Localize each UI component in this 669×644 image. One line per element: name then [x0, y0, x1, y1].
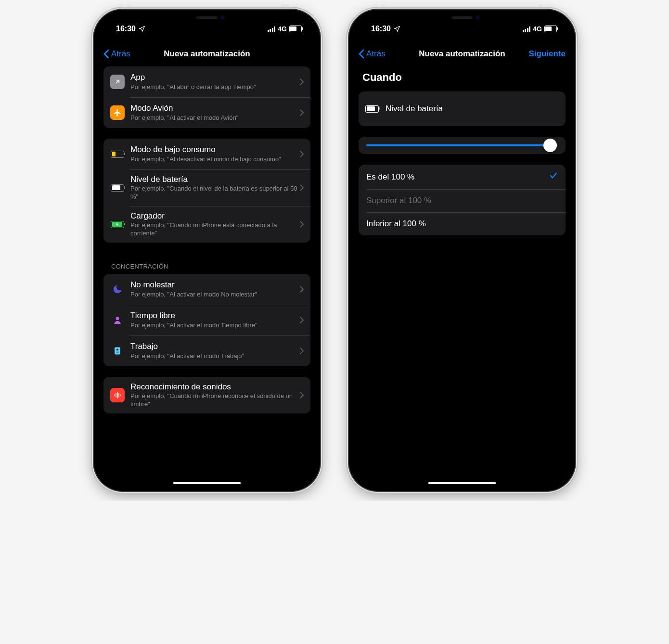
next-button[interactable]: Siguiente — [528, 49, 566, 59]
trigger-charger[interactable]: Cargador Por ejemplo, "Cuando mi iPhone … — [103, 206, 310, 243]
row-sub: Por ejemplo, "Cuando mi iPhone reconoce … — [130, 392, 300, 409]
trigger-work[interactable]: Trabajo Por ejemplo, "Al activar el modo… — [103, 335, 310, 366]
row-title: Tiempo libre — [130, 310, 300, 321]
phone-right: 16:30 4G Atrás Nueva automatización Sigu… — [349, 10, 575, 491]
trigger-dnd[interactable]: No molestar Por ejemplo, "Al activar el … — [103, 274, 310, 305]
row-sub: Por ejemplo, "Cuando el nivel de la bate… — [130, 185, 300, 201]
home-indicator[interactable] — [428, 482, 496, 484]
chevron-right-icon — [300, 286, 304, 293]
chevron-right-icon — [300, 109, 304, 116]
signal-icon — [268, 26, 276, 32]
svg-point-2 — [116, 348, 118, 350]
chevron-right-icon — [300, 317, 304, 323]
moon-icon — [112, 284, 123, 295]
chevron-right-icon — [300, 78, 304, 85]
svg-rect-3 — [116, 352, 119, 353]
trigger-low-power[interactable]: Modo de bajo consumo Por ejemplo, "Al de… — [103, 139, 310, 169]
chevron-right-icon — [300, 348, 304, 354]
phone-left: 16:30 4G Atrás Nueva automatización — [94, 10, 320, 491]
row-sub: Por ejemplo, "Al abrir o cerrar la app T… — [130, 83, 300, 91]
trigger-airplane[interactable]: Modo Avión Por ejemplo, "Al activar el m… — [103, 97, 310, 128]
waveform-icon — [113, 391, 122, 399]
battery-icon — [544, 26, 557, 32]
trigger-app[interactable]: App Por ejemplo, "Al abrir o cerrar la a… — [103, 66, 310, 97]
back-button[interactable]: Atrás — [359, 49, 386, 59]
option-above: Superior al 100 % — [359, 189, 566, 212]
notch — [421, 13, 503, 26]
option-label: Es del 100 % — [366, 172, 414, 182]
battery-slider[interactable] — [359, 137, 566, 154]
person-icon — [113, 315, 122, 325]
trigger-label: Nivel de batería — [386, 103, 443, 114]
chevron-right-icon — [300, 151, 304, 157]
charger-icon — [111, 221, 124, 228]
row-sub: Por ejemplo, "Al activar el modo Trabajo… — [130, 352, 300, 361]
network-label: 4G — [278, 25, 287, 33]
svg-rect-1 — [115, 348, 120, 355]
low-power-icon — [111, 151, 124, 158]
back-label: Atrás — [111, 49, 130, 59]
back-button[interactable]: Atrás — [103, 49, 130, 59]
app-icon — [114, 78, 121, 86]
status-time: 16:30 — [116, 25, 136, 33]
content-right[interactable]: Cuando Nivel de batería — [352, 66, 572, 488]
when-header: Cuando — [359, 66, 566, 91]
nav-bar: Atrás Nueva automatización Siguiente — [352, 39, 572, 66]
row-sub: Por ejemplo, "Al activar el modo Avión" — [130, 114, 300, 122]
location-icon — [139, 26, 145, 32]
option-label: Superior al 100 % — [366, 196, 431, 206]
signal-icon — [523, 26, 531, 32]
row-title: Modo de bajo consumo — [130, 144, 300, 155]
trigger-sound-recognition[interactable]: Reconocimiento de sonidos Por ejemplo, "… — [103, 377, 310, 413]
battery-icon — [289, 26, 302, 32]
row-title: Trabajo — [130, 341, 300, 351]
home-indicator[interactable] — [173, 482, 241, 484]
row-title: App — [130, 72, 300, 82]
back-label: Atrás — [366, 49, 386, 59]
row-sub: Por ejemplo, "Al desactivar el modo de b… — [130, 155, 300, 164]
check-icon — [549, 171, 558, 182]
battery-level-icon — [111, 184, 124, 192]
option-below[interactable]: Inferior al 100 % — [359, 212, 566, 235]
battery-level-icon — [365, 105, 379, 113]
row-sub: Por ejemplo, "Al activar el modo Tiempo … — [130, 322, 300, 330]
chevron-right-icon — [300, 221, 304, 228]
notch — [166, 13, 248, 26]
row-title: Nivel de batería — [130, 174, 300, 184]
row-title: No molestar — [130, 280, 300, 290]
row-title: Modo Avión — [130, 103, 300, 113]
row-sub: Por ejemplo, "Al activar el modo No mole… — [130, 291, 300, 299]
option-label: Inferior al 100 % — [366, 219, 426, 229]
nav-bar: Atrás Nueva automatización — [97, 39, 317, 66]
trigger-summary: Nivel de batería — [359, 91, 566, 126]
location-icon — [394, 26, 400, 32]
svg-point-0 — [116, 317, 119, 320]
row-title: Cargador — [130, 211, 300, 221]
row-sub: Por ejemplo, "Cuando mi iPhone está cone… — [130, 221, 300, 238]
network-label: 4G — [533, 25, 542, 33]
trigger-personal[interactable]: Tiempo libre Por ejemplo, "Al activar el… — [103, 305, 310, 335]
trigger-battery-level[interactable]: Nivel de batería Por ejemplo, "Cuando el… — [103, 169, 310, 206]
section-header-focus: CONCENTRACIÓN — [103, 253, 310, 274]
status-time: 16:30 — [371, 25, 391, 33]
airplane-icon — [113, 108, 122, 117]
content-left[interactable]: App Por ejemplo, "Al abrir o cerrar la a… — [97, 66, 317, 488]
badge-icon — [113, 346, 122, 356]
chevron-right-icon — [300, 392, 304, 399]
row-title: Reconocimiento de sonidos — [130, 382, 300, 392]
chevron-right-icon — [300, 184, 304, 191]
option-equals[interactable]: Es del 100 % — [359, 165, 566, 189]
